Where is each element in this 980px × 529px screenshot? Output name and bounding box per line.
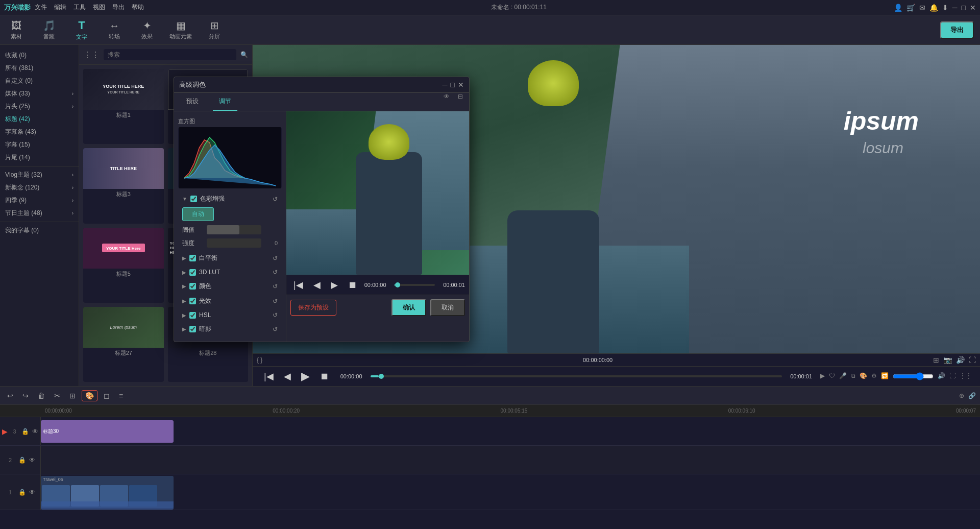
threshold-slider[interactable]	[207, 225, 261, 234]
grid-icon[interactable]: ⋮⋮	[83, 50, 100, 60]
menu-view[interactable]: 视图	[93, 3, 105, 12]
sidebar-item-media[interactable]: 媒体 (33) ›	[0, 87, 79, 100]
list-item[interactable]: Lorem Ipsum 标题27	[83, 307, 164, 382]
fullscreen-icon[interactable]: ⛶	[969, 356, 976, 364]
wb-arrow[interactable]: ▶	[182, 255, 186, 261]
track-1-lock[interactable]: 🔒	[18, 489, 26, 496]
color-header[interactable]: ▶ 颜色 ↺	[178, 280, 282, 293]
dialog-close-btn[interactable]: ✕	[458, 81, 464, 89]
search-icon[interactable]: 🔍	[240, 51, 248, 58]
delete-btn[interactable]: 🗑	[35, 391, 48, 401]
add-track-icon[interactable]: ⊕	[959, 392, 964, 399]
sidebar-item-season[interactable]: 四季 (9) ›	[0, 194, 79, 207]
sidebar-item-all[interactable]: 所有 (381)	[0, 62, 79, 75]
toolbar-material[interactable]: 🖼 素材	[6, 20, 27, 40]
progress-bar[interactable]	[371, 375, 782, 377]
wb-checkbox[interactable]	[189, 255, 196, 261]
light-arrow[interactable]: ▶	[182, 298, 186, 304]
sidebar-item-subtitle-bar[interactable]: 字幕条 (43)	[0, 126, 79, 138]
sidebar-item-favorites[interactable]: 收藏 (0)	[0, 49, 79, 62]
white-balance-header[interactable]: ▶ 白平衡 ↺	[178, 252, 282, 264]
cancel-button[interactable]: 取消	[430, 299, 465, 316]
undo-btn[interactable]: ↩	[4, 391, 16, 401]
volume-icon[interactable]: 🔊	[956, 356, 965, 364]
menu-edit[interactable]: 编辑	[54, 3, 66, 12]
list-item[interactable]: YOUR TITLE HEREYOUR TITLE HERE 标题1	[83, 69, 164, 144]
tab-adjust[interactable]: 调节	[213, 93, 237, 111]
download-icon[interactable]: ⬇	[942, 4, 948, 12]
light-checkbox[interactable]	[189, 298, 196, 304]
split-view-icon[interactable]: ⊞	[933, 356, 939, 364]
toolbar-animation[interactable]: ▦ 动画元素	[169, 19, 192, 40]
track-1-eye[interactable]: 👁	[29, 489, 35, 496]
menu-file[interactable]: 文件	[35, 3, 47, 12]
hsl-checkbox[interactable]	[189, 312, 196, 319]
dialog-minimize-btn[interactable]: ─	[443, 81, 448, 89]
minimize-btn[interactable]: ─	[952, 4, 958, 12]
shield-icon[interactable]: 🛡	[829, 372, 835, 380]
vol-icon[interactable]: 🔊	[938, 372, 945, 380]
wb-reset[interactable]: ↺	[273, 255, 278, 262]
redo-btn[interactable]: ↪	[19, 391, 32, 401]
sidebar-item-vlog[interactable]: Vlog主题 (32) ›	[0, 169, 79, 181]
sidebar-item-subtitle[interactable]: 字幕 (15)	[0, 138, 79, 151]
compare-icon[interactable]: ⊟	[458, 93, 463, 111]
shadow-header[interactable]: ▶ 暗影 ↺	[178, 323, 282, 335]
stop-btn[interactable]: ⏹	[317, 370, 332, 383]
dialog-stop[interactable]: ⏹	[345, 279, 360, 292]
crop-btn[interactable]: ⊞	[66, 391, 79, 401]
mail-icon[interactable]: ✉	[919, 4, 925, 12]
shadow-arrow[interactable]: ▶	[182, 326, 186, 332]
track-3-lock[interactable]: 🔒	[21, 428, 29, 435]
lut-header[interactable]: ▶ 3D LUT ↺	[178, 267, 282, 278]
skip-back-btn[interactable]: |◀	[261, 370, 277, 383]
toolbar-transition[interactable]: ↔ 转场	[104, 20, 125, 40]
track-3-expand[interactable]: ▶	[2, 427, 8, 436]
hsl-reset[interactable]: ↺	[273, 311, 278, 319]
restore-btn[interactable]: □	[962, 4, 966, 12]
export-button[interactable]: 导出	[940, 21, 974, 39]
track-3-eye[interactable]: 👁	[32, 428, 38, 435]
cut-btn[interactable]: ✂	[51, 391, 63, 401]
brackets-icon[interactable]: { }	[257, 356, 262, 364]
mask-btn[interactable]: ◻	[101, 391, 113, 401]
confirm-button[interactable]: 确认	[391, 299, 426, 316]
shadow-reset[interactable]: ↺	[273, 326, 278, 333]
lut-arrow[interactable]: ▶	[182, 270, 186, 275]
toolbar-split[interactable]: ⊞ 分屏	[204, 19, 225, 40]
sidebar-item-ending[interactable]: 片尾 (14)	[0, 151, 79, 164]
eye-icon[interactable]: 👁	[444, 93, 450, 111]
settings-icon[interactable]: ⚙	[871, 372, 877, 380]
pip-icon[interactable]: ⧉	[851, 372, 855, 380]
auto-button[interactable]: 自动	[182, 207, 214, 221]
color-arrow[interactable]: ▶	[182, 283, 186, 289]
screenshot-icon[interactable]: 📷	[943, 356, 952, 364]
sidebar-item-opener[interactable]: 片头 (25) ›	[0, 100, 79, 113]
light-header[interactable]: ▶ 光效 ↺	[178, 295, 282, 307]
playhead-dot[interactable]	[379, 374, 384, 379]
dialog-restore-btn[interactable]: □	[451, 81, 455, 89]
dialog-skip-back[interactable]: |◀	[290, 278, 306, 292]
shadow-checkbox[interactable]	[189, 326, 196, 332]
list-item[interactable]: YOUR TITLE Here 标题5	[83, 228, 164, 303]
volume-slider[interactable]	[893, 372, 934, 380]
color-enhance-reset[interactable]: ↺	[273, 196, 278, 203]
dialog-progress-bar[interactable]	[395, 284, 435, 286]
align-btn[interactable]: ≡	[116, 391, 126, 401]
sidebar-item-my-subtitle[interactable]: 我的字幕 (0)	[0, 224, 79, 237]
sidebar-item-holiday[interactable]: 节日主题 (48) ›	[0, 207, 79, 220]
lut-reset[interactable]: ↺	[273, 269, 278, 276]
search-input[interactable]	[104, 49, 236, 60]
more-icon[interactable]: ⋮⋮	[960, 372, 972, 380]
dialog-playhead[interactable]	[395, 282, 400, 287]
link-icon[interactable]: 🔗	[968, 392, 976, 399]
sidebar-item-title[interactable]: 标题 (42)	[0, 113, 79, 126]
color-checkbox[interactable]	[189, 283, 196, 290]
cart-icon[interactable]: 🛒	[906, 4, 915, 12]
toolbar-text[interactable]: T 文字	[71, 19, 92, 41]
mic-icon[interactable]: 🎤	[839, 372, 847, 380]
tab-preset[interactable]: 预设	[180, 93, 205, 111]
color-enhance-arrow[interactable]: ▼	[182, 196, 187, 202]
menu-help[interactable]: 帮助	[132, 3, 144, 12]
expand-icon[interactable]: ⛶	[949, 372, 955, 380]
